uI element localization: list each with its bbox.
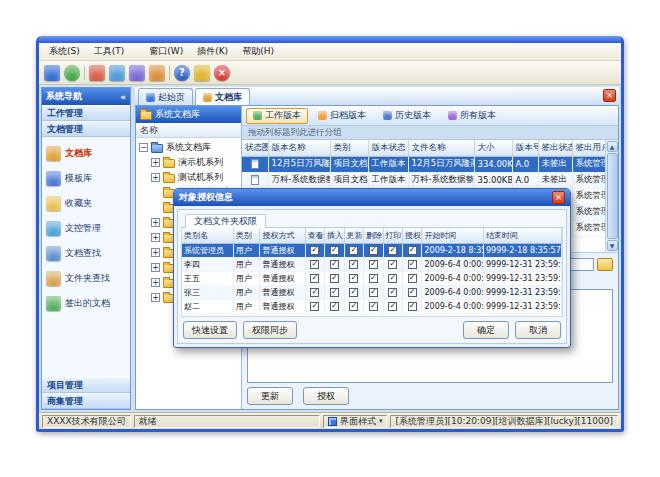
checkbox-grant[interactable] [408, 302, 417, 311]
12月5日万风隆商行（[interactable]: 12月5日万风隆商行（ 项目文档 工作版本 12月5日万风隆商行（ 334.00… [242, 156, 605, 172]
permission-column-header[interactable]: 查看 [305, 228, 324, 243]
sidebar-group-docs[interactable]: 文档管理 [42, 121, 130, 137]
menu-item[interactable]: 插件(K) [191, 43, 234, 60]
new-document-icon[interactable] [89, 65, 105, 81]
expander-icon[interactable] [151, 263, 160, 272]
万科-系统数据整理提[interactable]: 万科-系统数据整理提 项目文档 工作版本 万科-系统数据整理提 35.00KB … [242, 172, 605, 188]
expander-icon[interactable] [151, 233, 160, 242]
column-header[interactable]: 签出状态 [538, 140, 572, 156]
column-header[interactable]: 签出用户 [572, 140, 605, 156]
tab-start-page[interactable]: 起始页 [138, 88, 193, 105]
permission-column-header[interactable]: 类别名 [182, 228, 233, 243]
permission-column-header[interactable]: 打印 [383, 228, 402, 243]
checkbox-delete[interactable] [369, 246, 378, 255]
checkbox-delete[interactable] [369, 288, 378, 297]
sidebar-item-document-library[interactable]: 文档库 [46, 143, 126, 163]
tree-node[interactable]: 系统文档库 [136, 140, 241, 155]
vertical-scrollbar[interactable]: ▲ ▼ [605, 140, 618, 252]
sidebar-item-doc-control[interactable]: 文控管理 [46, 218, 126, 238]
column-header[interactable]: 类别 [330, 140, 368, 156]
张三[interactable]: 张三 用户 普通授权 2009-6-4 0:00:00 9999-1 [182, 285, 562, 299]
checkbox-print[interactable] [388, 274, 397, 283]
cancel-button[interactable]: 取消 [515, 321, 561, 339]
sidebar-item-favorites[interactable]: 收藏夹 [46, 193, 126, 213]
sidebar-item-template-library[interactable]: 模板库 [46, 168, 126, 188]
checkbox-update[interactable] [349, 274, 358, 283]
toolbar-icon[interactable] [84, 66, 85, 80]
checkbox-print[interactable] [388, 260, 397, 269]
windows-icon[interactable] [129, 65, 145, 81]
exit-icon[interactable]: × [214, 65, 230, 81]
checkbox-update[interactable] [349, 260, 358, 269]
column-header[interactable]: 文件名称 [408, 140, 474, 156]
home-icon[interactable] [44, 65, 60, 81]
menu-item[interactable]: 系统(S) [43, 43, 86, 60]
checkbox-delete[interactable] [369, 274, 378, 283]
menu-item[interactable]: 窗口(W) [143, 43, 189, 60]
close-icon[interactable]: × [552, 191, 565, 204]
checkbox-update[interactable] [349, 246, 358, 255]
ok-button[interactable]: 确定 [463, 321, 509, 339]
scroll-down-icon[interactable]: ▼ [607, 240, 618, 251]
checkbox-print[interactable] [388, 246, 397, 255]
checkbox-grant[interactable] [408, 260, 417, 269]
menu-item[interactable]: 工具(T) [88, 43, 131, 60]
赵二[interactable]: 赵二 用户 普通授权 2009-6-4 0:00:00 9999-1 [182, 299, 562, 313]
update-button[interactable]: 更新 [247, 387, 293, 405]
checkbox-print[interactable] [388, 302, 397, 311]
系统管理员[interactable]: 系统管理员 用户 普通授权 2009-2-18 8:35:57 99 [182, 243, 562, 257]
checkbox-view[interactable] [310, 302, 319, 311]
help-icon[interactable]: ? [174, 65, 190, 81]
column-header[interactable]: 大小 [474, 140, 512, 156]
window-title-strip[interactable] [39, 36, 621, 43]
checkbox-view[interactable] [310, 260, 319, 269]
expander-icon[interactable] [151, 293, 160, 302]
permission-column-header[interactable]: 开始时间 [422, 228, 484, 243]
sidebar-group-work[interactable]: 工作管理 [42, 105, 130, 121]
version-tab[interactable]: 历史版本 [376, 108, 438, 124]
checkbox-delete[interactable] [369, 260, 378, 269]
李四[interactable]: 李四 用户 普通授权 2009-6-4 0:00:00 9999-1 [182, 257, 562, 271]
checkbox-insert[interactable] [330, 246, 339, 255]
sidebar-item-checked-out-docs[interactable]: 签出的文档 [46, 293, 126, 313]
checkbox-view[interactable] [310, 246, 319, 255]
version-tab[interactable]: 工作版本 [246, 108, 308, 124]
checkbox-update[interactable] [349, 302, 358, 311]
report-icon[interactable] [149, 65, 165, 81]
sidebar-group-project[interactable]: 项目管理 [42, 377, 130, 393]
lock-icon[interactable] [194, 65, 210, 81]
scroll-up-icon[interactable]: ▲ [607, 141, 618, 152]
group-by-bar[interactable]: 拖动列标题到此进行分组 [242, 126, 618, 140]
expander-icon[interactable] [151, 278, 160, 287]
checkbox-insert[interactable] [330, 288, 339, 297]
expander-icon[interactable] [151, 158, 160, 167]
tree-node[interactable]: 演示机系列 [136, 155, 241, 170]
edit-button[interactable] [597, 258, 613, 271]
checkbox-delete[interactable] [369, 302, 378, 311]
version-tab[interactable]: 所有版本 [441, 108, 503, 124]
menu-item[interactable]: 帮助(H) [236, 43, 280, 60]
expander-icon[interactable] [139, 143, 148, 152]
sidebar-group-business[interactable]: 商集管理 [42, 393, 130, 409]
permission-column-header[interactable]: 授权方式 [260, 228, 305, 243]
close-tab-button[interactable]: × [603, 89, 616, 102]
checkbox-insert[interactable] [330, 302, 339, 311]
tree-column-header[interactable]: 名称 [136, 123, 241, 138]
checkbox-insert[interactable] [330, 260, 339, 269]
checkbox-insert[interactable] [330, 274, 339, 283]
connect-icon[interactable] [64, 65, 80, 81]
permission-column-header[interactable]: 类别 [233, 228, 260, 243]
grant-button[interactable]: 授权 [303, 387, 349, 405]
ui-style-selector[interactable]: 界面样式 ▾ [323, 415, 388, 428]
column-header[interactable]: 版本状态 [368, 140, 408, 156]
permission-column-header[interactable]: 删除 [364, 228, 383, 243]
permission-column-header[interactable]: 授权 [402, 228, 421, 243]
menu-item[interactable] [132, 51, 141, 52]
sidebar-item-doc-search[interactable]: 文档查找 [46, 243, 126, 263]
checkbox-view[interactable] [310, 288, 319, 297]
checkbox-grant[interactable] [408, 288, 417, 297]
tree-node[interactable]: 测试机系列 [136, 170, 241, 185]
toolbar-icon[interactable] [169, 66, 170, 80]
checkbox-print[interactable] [388, 288, 397, 297]
checkbox-grant[interactable] [408, 274, 417, 283]
